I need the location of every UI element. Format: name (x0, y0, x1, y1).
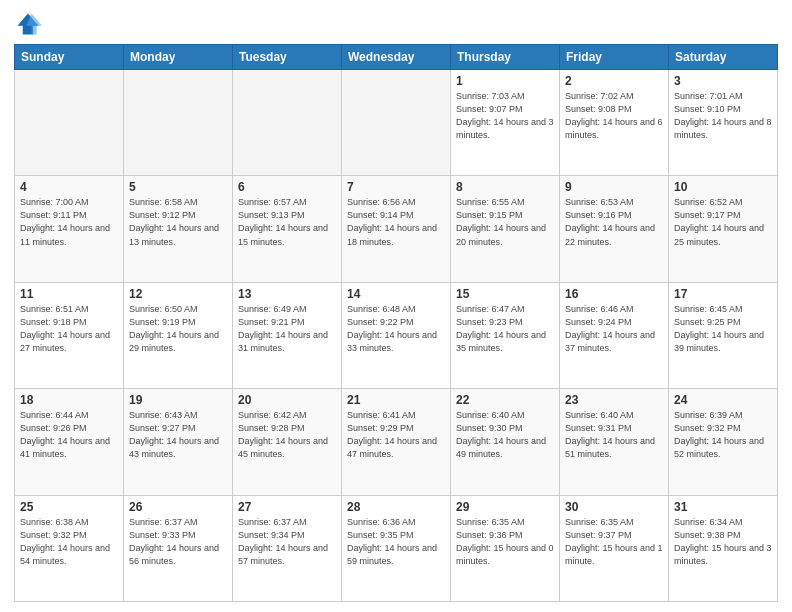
day-number: 19 (129, 393, 227, 407)
day-info: Sunrise: 6:37 AMSunset: 9:33 PMDaylight:… (129, 516, 227, 568)
day-number: 20 (238, 393, 336, 407)
day-number: 31 (674, 500, 772, 514)
calendar-cell: 3Sunrise: 7:01 AMSunset: 9:10 PMDaylight… (669, 70, 778, 176)
day-info: Sunrise: 6:49 AMSunset: 9:21 PMDaylight:… (238, 303, 336, 355)
day-info: Sunrise: 6:52 AMSunset: 9:17 PMDaylight:… (674, 196, 772, 248)
day-number: 2 (565, 74, 663, 88)
day-number: 27 (238, 500, 336, 514)
weekday-header-row: SundayMondayTuesdayWednesdayThursdayFrid… (15, 45, 778, 70)
day-number: 4 (20, 180, 118, 194)
day-number: 5 (129, 180, 227, 194)
calendar-cell: 7Sunrise: 6:56 AMSunset: 9:14 PMDaylight… (342, 176, 451, 282)
day-info: Sunrise: 6:47 AMSunset: 9:23 PMDaylight:… (456, 303, 554, 355)
day-info: Sunrise: 6:46 AMSunset: 9:24 PMDaylight:… (565, 303, 663, 355)
day-number: 1 (456, 74, 554, 88)
calendar-cell: 4Sunrise: 7:00 AMSunset: 9:11 PMDaylight… (15, 176, 124, 282)
calendar-cell: 26Sunrise: 6:37 AMSunset: 9:33 PMDayligh… (124, 495, 233, 601)
day-number: 13 (238, 287, 336, 301)
day-info: Sunrise: 6:50 AMSunset: 9:19 PMDaylight:… (129, 303, 227, 355)
calendar-cell: 27Sunrise: 6:37 AMSunset: 9:34 PMDayligh… (233, 495, 342, 601)
calendar-week-4: 18Sunrise: 6:44 AMSunset: 9:26 PMDayligh… (15, 389, 778, 495)
calendar-cell: 23Sunrise: 6:40 AMSunset: 9:31 PMDayligh… (560, 389, 669, 495)
day-info: Sunrise: 7:02 AMSunset: 9:08 PMDaylight:… (565, 90, 663, 142)
day-number: 29 (456, 500, 554, 514)
day-number: 28 (347, 500, 445, 514)
day-info: Sunrise: 7:01 AMSunset: 9:10 PMDaylight:… (674, 90, 772, 142)
day-info: Sunrise: 6:42 AMSunset: 9:28 PMDaylight:… (238, 409, 336, 461)
calendar-cell: 22Sunrise: 6:40 AMSunset: 9:30 PMDayligh… (451, 389, 560, 495)
calendar-cell: 17Sunrise: 6:45 AMSunset: 9:25 PMDayligh… (669, 282, 778, 388)
day-info: Sunrise: 6:35 AMSunset: 9:37 PMDaylight:… (565, 516, 663, 568)
day-number: 17 (674, 287, 772, 301)
day-number: 21 (347, 393, 445, 407)
day-info: Sunrise: 6:51 AMSunset: 9:18 PMDaylight:… (20, 303, 118, 355)
day-info: Sunrise: 6:45 AMSunset: 9:25 PMDaylight:… (674, 303, 772, 355)
day-number: 30 (565, 500, 663, 514)
calendar: SundayMondayTuesdayWednesdayThursdayFrid… (14, 44, 778, 602)
weekday-header-thursday: Thursday (451, 45, 560, 70)
day-number: 12 (129, 287, 227, 301)
calendar-cell: 29Sunrise: 6:35 AMSunset: 9:36 PMDayligh… (451, 495, 560, 601)
calendar-cell: 2Sunrise: 7:02 AMSunset: 9:08 PMDaylight… (560, 70, 669, 176)
day-info: Sunrise: 6:39 AMSunset: 9:32 PMDaylight:… (674, 409, 772, 461)
calendar-cell: 5Sunrise: 6:58 AMSunset: 9:12 PMDaylight… (124, 176, 233, 282)
calendar-cell: 1Sunrise: 7:03 AMSunset: 9:07 PMDaylight… (451, 70, 560, 176)
day-number: 9 (565, 180, 663, 194)
day-number: 15 (456, 287, 554, 301)
day-info: Sunrise: 6:56 AMSunset: 9:14 PMDaylight:… (347, 196, 445, 248)
calendar-week-1: 1Sunrise: 7:03 AMSunset: 9:07 PMDaylight… (15, 70, 778, 176)
calendar-week-2: 4Sunrise: 7:00 AMSunset: 9:11 PMDaylight… (15, 176, 778, 282)
weekday-header-sunday: Sunday (15, 45, 124, 70)
day-info: Sunrise: 6:43 AMSunset: 9:27 PMDaylight:… (129, 409, 227, 461)
calendar-cell: 28Sunrise: 6:36 AMSunset: 9:35 PMDayligh… (342, 495, 451, 601)
day-number: 3 (674, 74, 772, 88)
calendar-cell: 15Sunrise: 6:47 AMSunset: 9:23 PMDayligh… (451, 282, 560, 388)
weekday-header-saturday: Saturday (669, 45, 778, 70)
day-info: Sunrise: 6:55 AMSunset: 9:15 PMDaylight:… (456, 196, 554, 248)
day-info: Sunrise: 6:40 AMSunset: 9:30 PMDaylight:… (456, 409, 554, 461)
calendar-cell (342, 70, 451, 176)
day-number: 14 (347, 287, 445, 301)
day-number: 18 (20, 393, 118, 407)
weekday-header-friday: Friday (560, 45, 669, 70)
calendar-cell: 25Sunrise: 6:38 AMSunset: 9:32 PMDayligh… (15, 495, 124, 601)
day-info: Sunrise: 6:34 AMSunset: 9:38 PMDaylight:… (674, 516, 772, 568)
calendar-cell: 30Sunrise: 6:35 AMSunset: 9:37 PMDayligh… (560, 495, 669, 601)
day-number: 25 (20, 500, 118, 514)
calendar-cell: 8Sunrise: 6:55 AMSunset: 9:15 PMDaylight… (451, 176, 560, 282)
day-info: Sunrise: 6:53 AMSunset: 9:16 PMDaylight:… (565, 196, 663, 248)
day-number: 26 (129, 500, 227, 514)
day-info: Sunrise: 6:41 AMSunset: 9:29 PMDaylight:… (347, 409, 445, 461)
day-info: Sunrise: 6:40 AMSunset: 9:31 PMDaylight:… (565, 409, 663, 461)
calendar-cell: 16Sunrise: 6:46 AMSunset: 9:24 PMDayligh… (560, 282, 669, 388)
calendar-cell: 20Sunrise: 6:42 AMSunset: 9:28 PMDayligh… (233, 389, 342, 495)
day-number: 23 (565, 393, 663, 407)
day-info: Sunrise: 6:58 AMSunset: 9:12 PMDaylight:… (129, 196, 227, 248)
calendar-cell: 21Sunrise: 6:41 AMSunset: 9:29 PMDayligh… (342, 389, 451, 495)
calendar-week-5: 25Sunrise: 6:38 AMSunset: 9:32 PMDayligh… (15, 495, 778, 601)
day-number: 8 (456, 180, 554, 194)
calendar-week-3: 11Sunrise: 6:51 AMSunset: 9:18 PMDayligh… (15, 282, 778, 388)
weekday-header-wednesday: Wednesday (342, 45, 451, 70)
logo (14, 10, 46, 38)
day-info: Sunrise: 6:38 AMSunset: 9:32 PMDaylight:… (20, 516, 118, 568)
day-number: 7 (347, 180, 445, 194)
day-info: Sunrise: 7:00 AMSunset: 9:11 PMDaylight:… (20, 196, 118, 248)
weekday-header-monday: Monday (124, 45, 233, 70)
day-number: 16 (565, 287, 663, 301)
calendar-cell: 31Sunrise: 6:34 AMSunset: 9:38 PMDayligh… (669, 495, 778, 601)
calendar-cell: 11Sunrise: 6:51 AMSunset: 9:18 PMDayligh… (15, 282, 124, 388)
day-info: Sunrise: 6:44 AMSunset: 9:26 PMDaylight:… (20, 409, 118, 461)
day-number: 11 (20, 287, 118, 301)
day-info: Sunrise: 6:37 AMSunset: 9:34 PMDaylight:… (238, 516, 336, 568)
day-number: 22 (456, 393, 554, 407)
day-number: 6 (238, 180, 336, 194)
calendar-cell (15, 70, 124, 176)
calendar-cell: 13Sunrise: 6:49 AMSunset: 9:21 PMDayligh… (233, 282, 342, 388)
page: SundayMondayTuesdayWednesdayThursdayFrid… (0, 0, 792, 612)
calendar-cell: 12Sunrise: 6:50 AMSunset: 9:19 PMDayligh… (124, 282, 233, 388)
calendar-body: 1Sunrise: 7:03 AMSunset: 9:07 PMDaylight… (15, 70, 778, 602)
calendar-cell: 10Sunrise: 6:52 AMSunset: 9:17 PMDayligh… (669, 176, 778, 282)
day-info: Sunrise: 7:03 AMSunset: 9:07 PMDaylight:… (456, 90, 554, 142)
header (14, 10, 778, 38)
